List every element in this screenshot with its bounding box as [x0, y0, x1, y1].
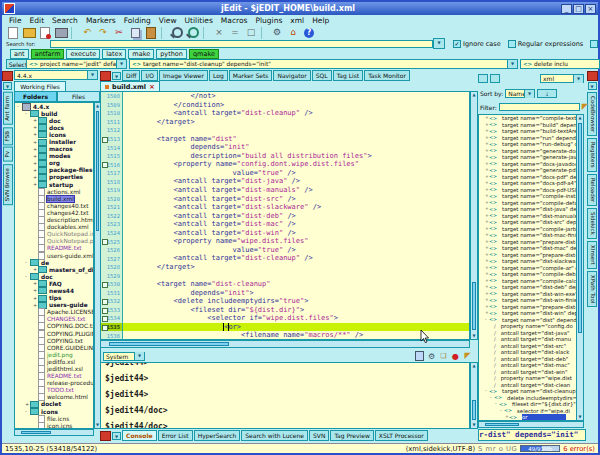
sidekick-item[interactable]: -<> target name="dist" depends	[479, 317, 583, 324]
project-selector-combo[interactable]: 4.4.x ▼	[14, 70, 98, 80]
menu-file[interactable]: File	[5, 16, 26, 25]
checkbox-ignore-case[interactable]: ✓	[453, 40, 461, 48]
tree-item-properties[interactable]: +properties	[15, 174, 93, 181]
menu-xml[interactable]: xml	[286, 16, 308, 25]
scroll-up-icon[interactable]: ▲	[471, 363, 477, 369]
tree-item-news44[interactable]: +news44	[15, 287, 93, 294]
editor-line[interactable]: 1516 <property name="config.dont.wipe.di…	[101, 160, 469, 169]
tree-item-copying-doc-txt[interactable]: COPYING.DOC.txt	[15, 323, 93, 330]
tree-item-copying-plugins-txt[interactable]: COPYING.PLUGINS.txt	[15, 330, 93, 337]
tree-item-jeditfo-xsl[interactable]: jeditfo.xsl	[15, 358, 93, 365]
scrollbar-thumb[interactable]	[472, 400, 476, 420]
fold-marker-icon[interactable]	[102, 299, 108, 305]
open-file-icon[interactable]	[22, 27, 36, 39]
editor-line[interactable]: 1513 <target name="dist"	[101, 135, 469, 144]
tree-item-quicknotepad-ini[interactable]: QuickNotepad.ini	[15, 231, 93, 238]
sidekick-item[interactable]: +<> target name="dist-manuals"	[479, 213, 583, 220]
fold-marker-icon[interactable]	[102, 325, 108, 331]
sort-combo[interactable]: Name ▼	[505, 89, 535, 98]
scrollbar-thumb[interactable]	[96, 111, 99, 231]
print-icon[interactable]	[54, 27, 68, 39]
help-icon[interactable]: ?	[302, 27, 316, 39]
tree-item-apache-license-txt[interactable]: Apache.LICENSE.txt	[15, 309, 93, 316]
editor-line[interactable]: 1514 depends="init"	[101, 143, 469, 152]
tree-item-release-procedure-tx[interactable]: release-procedure.tx	[15, 380, 93, 387]
xml-path-combo-1[interactable]: <> project name="jedit" default="build"▼	[26, 59, 127, 69]
tree-item-doc[interactable]: -doc	[15, 273, 93, 280]
editor-line[interactable]: 1531 depends="init">	[101, 289, 469, 298]
scroll-up-icon[interactable]: ▲	[577, 115, 583, 121]
parse-buffer-icon[interactable]	[478, 74, 488, 83]
title-bar[interactable]: jEdit - $jEDIT_HOME\build.xml _□×	[2, 2, 598, 15]
tree-item-welcome-html[interactable]: welcome.html	[15, 394, 93, 401]
sidekick-item[interactable]: +<> target name="generate-pdf	[479, 167, 583, 174]
console-shell-combo[interactable]: System ▼	[103, 352, 145, 361]
scrollbar-thumb[interactable]	[109, 342, 229, 346]
close-dock-icon[interactable]	[100, 71, 111, 81]
search-option-regular-expressions[interactable]: Regular expressions	[508, 40, 583, 48]
editor-line[interactable]: 1530 <target name="dist-cleanup"	[101, 280, 469, 289]
menu-utilities[interactable]: Utilities	[181, 16, 217, 25]
search-option-ignore-case[interactable]: ✓Ignore case	[453, 40, 501, 48]
editor-line[interactable]: 1522 <antcall target="dist-deb" />	[101, 212, 469, 221]
close-window-icon[interactable]: ×	[212, 27, 226, 39]
tree-item-actions-xml[interactable]: actions.xml	[15, 188, 93, 195]
sidekick-item[interactable]: +<> target name="dist-win-exe" u	[479, 291, 583, 298]
tree-item-package-files[interactable]: +package-files	[15, 167, 93, 174]
editor-line[interactable]: 1529	[101, 271, 469, 280]
sidekick-item[interactable]: +<> target name="run" depends=	[479, 135, 583, 142]
xml-path-combo-3[interactable]: <> delete inclu	[520, 59, 600, 69]
tab-working-files[interactable]: Working Files	[14, 81, 66, 91]
scroll-down-icon[interactable]: ▼	[577, 414, 583, 420]
project-tree-horizontal-scrollbar[interactable]	[14, 429, 94, 436]
sidekick-item[interactable]: / antcall target="dist-manu	[479, 336, 583, 343]
dock-tab-marker-sets[interactable]: Marker Sets	[229, 70, 273, 81]
buffer-tab-build-xml[interactable]: build.xml ×	[100, 81, 160, 91]
scrollbar-thumb[interactable]	[485, 423, 519, 426]
parser-properties-icon[interactable]	[490, 74, 500, 83]
sidekick-item[interactable]: +<> target name="docs-javadoc"	[479, 161, 583, 168]
editor-line[interactable]: 1528 </target>	[101, 263, 469, 272]
editor-line[interactable]: 1515 description="build all distribution…	[101, 152, 469, 161]
sidekick-item[interactable]: / antcall target="dist-deb"	[479, 356, 583, 363]
tree-item-de[interactable]: -de	[15, 259, 93, 266]
tree-item-readme-txt[interactable]: README.txt	[15, 245, 93, 252]
dock-tab-registers[interactable]: Registers	[587, 138, 597, 172]
tree-item-masters-of-disast[interactable]: +masters_of_disast	[15, 266, 93, 273]
dock-tab-fsb[interactable]: FSB	[3, 127, 13, 145]
sidekick-item[interactable]: / antcall target="dist-slack	[479, 349, 583, 356]
tree-item-jedit-png[interactable]: jedit.png	[15, 351, 93, 358]
paste-icon[interactable]	[144, 27, 158, 39]
editor-line[interactable]: 1524 <antcall target="dist-win" />	[101, 229, 469, 238]
menu-view[interactable]: View	[155, 16, 181, 25]
dock-menu-arrow-icon[interactable]: ▼	[112, 72, 121, 80]
editor-line[interactable]: 1519 <antcall target="dist-manuals" />	[101, 186, 469, 195]
dock-tab-log[interactable]: Log	[209, 70, 228, 81]
tree-item-build-xml[interactable]: build.xml	[15, 195, 93, 202]
sidekick-item[interactable]: +<> target name="dist-deb" depe	[479, 284, 583, 291]
editor-line[interactable]: 1518 <antcall target="dist-java" />	[101, 177, 469, 186]
editor-vertical-scrollbar[interactable]: ▲ ▼	[470, 91, 478, 340]
quick-button-latex[interactable]: latex	[102, 49, 126, 59]
close-dock-icon[interactable]	[587, 71, 598, 81]
editor-horizontal-scrollbar[interactable]	[100, 340, 470, 348]
fold-marker-icon[interactable]	[102, 308, 108, 314]
clear-filter-broom-icon[interactable]: ◤	[582, 103, 588, 111]
scrollbar-thumb[interactable]	[472, 282, 476, 330]
sidekick-item[interactable]: -<> delete includeemptydirs=	[479, 395, 583, 402]
sidekick-item[interactable]: +<> target name="compile-ar" de	[479, 265, 583, 272]
tree-item-jedithtml-xsl[interactable]: jedithtml.xsl	[15, 365, 93, 372]
menu-help[interactable]: Help	[308, 16, 333, 25]
fold-marker-icon[interactable]	[102, 282, 108, 288]
sidekick-item[interactable]: +<> target name="prepare-dist-w	[479, 304, 583, 311]
sidekick-item[interactable]: +<> target name="docs-pdf-USle	[479, 187, 583, 194]
checkbox-hypersearch[interactable]	[590, 40, 598, 48]
dock-tab-diff[interactable]: Diff	[122, 70, 140, 81]
tree-item-installer[interactable]: +installer	[15, 138, 93, 145]
quick-button-qmake[interactable]: qmake	[189, 49, 219, 59]
scroll-up-icon[interactable]: ▲	[471, 92, 477, 98]
tree-item-users-guide-xml[interactable]: users-guide.xml	[15, 252, 93, 259]
menu-markers[interactable]: Markers	[82, 16, 120, 25]
error-count[interactable]: 6 error(s)	[563, 445, 595, 453]
sidekick-item[interactable]: / antcall target="dist-clean	[479, 382, 583, 389]
